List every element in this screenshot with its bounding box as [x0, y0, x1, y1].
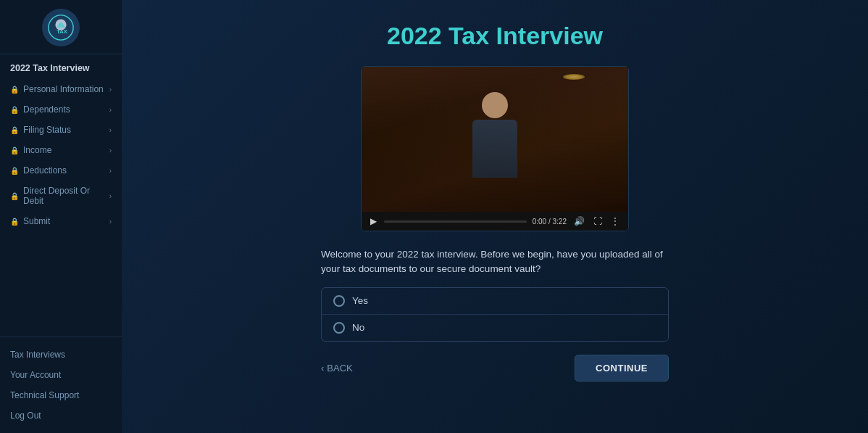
sidebar-title: 2022 Tax Interview — [0, 54, 122, 79]
sidebar-item-direct-deposit[interactable]: 🔒 Direct Deposit Or Debit › — [0, 181, 122, 211]
play-button[interactable]: ▶ — [369, 216, 378, 226]
lock-icon: 🔒 — [10, 218, 19, 226]
question-text: Welcome to your 2022 tax interview. Befo… — [321, 247, 669, 277]
continue-button[interactable]: CONTINUE — [575, 355, 669, 382]
svg-text:TAX: TAX — [57, 28, 67, 35]
lock-icon: 🔒 — [10, 106, 19, 114]
video-person — [466, 92, 524, 186]
more-options-button[interactable]: ⋮ — [609, 216, 621, 226]
sidebar-item-submit[interactable]: 🔒 Submit › — [0, 211, 122, 231]
chevron-right-icon: › — [109, 218, 112, 226]
lock-icon: 🔒 — [10, 167, 19, 175]
tax-interviews-link[interactable]: Tax Interviews — [0, 345, 122, 365]
fullscreen-button[interactable]: ⛶ — [592, 216, 604, 226]
options-box: Yes No — [321, 287, 669, 342]
sidebar-logo: TAX — [0, 0, 122, 54]
chevron-right-icon: › — [109, 126, 112, 134]
mute-button[interactable]: 🔊 — [572, 216, 586, 226]
sidebar-item-label: Submit — [23, 216, 50, 226]
person-head — [482, 92, 508, 118]
lock-icon: 🔒 — [10, 147, 19, 154]
technical-support-link[interactable]: Technical Support — [0, 385, 122, 405]
video-screen — [362, 67, 628, 212]
sidebar-item-label: Filing Status — [23, 125, 71, 135]
page-title: 2022 Tax Interview — [387, 22, 603, 50]
chevron-right-icon: › — [109, 147, 112, 154]
main-content: 2022 Tax Interview ▶ 0:00 / 3:22 🔊 ⛶ ⋮ — [122, 0, 868, 433]
logo-icon: TAX — [42, 9, 80, 46]
sidebar-bottom: Tax Interviews Your Account Technical Su… — [0, 337, 122, 433]
chevron-right-icon: › — [109, 192, 112, 200]
sidebar-item-label: Income — [23, 145, 51, 155]
lock-icon: 🔒 — [10, 192, 19, 200]
option-yes[interactable]: Yes — [322, 288, 668, 315]
sidebar-item-income[interactable]: 🔒 Income › — [0, 140, 122, 160]
question-area: Welcome to your 2022 tax interview. Befo… — [321, 247, 669, 382]
radio-yes[interactable] — [333, 295, 345, 307]
sidebar-nav: 🔒 Personal Information › 🔒 Dependents › … — [0, 79, 122, 337]
video-player[interactable]: ▶ 0:00 / 3:22 🔊 ⛶ ⋮ — [361, 66, 629, 231]
sidebar-item-personal-information[interactable]: 🔒 Personal Information › — [0, 79, 122, 99]
chevron-right-icon: › — [109, 86, 112, 94]
sidebar-item-filing-status[interactable]: 🔒 Filing Status › — [0, 120, 122, 140]
video-controls: ▶ 0:00 / 3:22 🔊 ⛶ ⋮ — [362, 212, 628, 231]
nav-buttons: ‹ BACK CONTINUE — [321, 355, 669, 382]
sidebar-item-label: Personal Information — [23, 84, 104, 94]
radio-no[interactable] — [333, 322, 345, 334]
lock-icon: 🔒 — [10, 126, 19, 134]
lock-icon: 🔒 — [10, 86, 19, 94]
sidebar-item-label: Dependents — [23, 104, 70, 115]
video-light — [563, 74, 585, 80]
back-label: BACK — [327, 363, 352, 374]
sidebar: TAX 2022 Tax Interview 🔒 Personal Inform… — [0, 0, 122, 433]
progress-bar[interactable] — [384, 220, 527, 223]
sidebar-item-dependents[interactable]: 🔒 Dependents › — [0, 99, 122, 120]
back-button[interactable]: ‹ BACK — [321, 363, 353, 374]
sidebar-item-label: Direct Deposit Or Debit — [23, 186, 109, 206]
option-no[interactable]: No — [322, 315, 668, 341]
chevron-right-icon: › — [109, 167, 112, 175]
video-time: 0:00 / 3:22 — [533, 218, 567, 226]
person-body — [472, 120, 517, 178]
back-chevron-icon: ‹ — [321, 363, 324, 374]
log-out-link[interactable]: Log Out — [0, 405, 122, 426]
option-no-label: No — [352, 322, 364, 333]
chevron-right-icon: › — [109, 106, 112, 114]
sidebar-item-label: Deductions — [23, 165, 67, 176]
your-account-link[interactable]: Your Account — [0, 365, 122, 385]
sidebar-item-deductions[interactable]: 🔒 Deductions › — [0, 160, 122, 181]
option-yes-label: Yes — [352, 295, 368, 306]
